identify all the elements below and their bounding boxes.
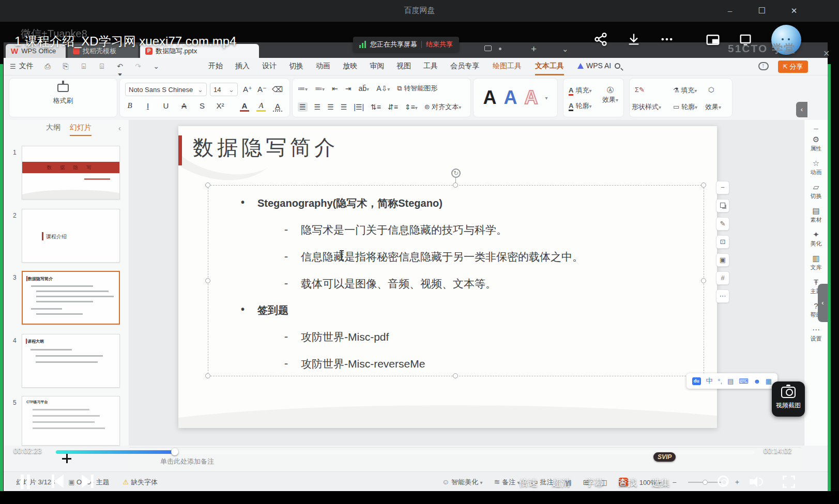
player-control[interactable]: 字幕 bbox=[585, 477, 604, 489]
menu-item[interactable]: 会员专享 bbox=[450, 62, 479, 71]
vertical-text-icon[interactable]: A⇩▾ bbox=[376, 84, 390, 93]
row-spacing-icon[interactable]: ⇅≡ bbox=[371, 103, 381, 111]
format-button[interactable]: I bbox=[143, 101, 152, 110]
text-fill-button[interactable]: A填充▾ bbox=[569, 86, 591, 95]
progress-handle[interactable] bbox=[171, 448, 178, 455]
menu-item[interactable]: 放映 bbox=[343, 62, 357, 71]
tab-slides-active[interactable]: 幻灯片 bbox=[70, 123, 91, 136]
record-circle-icon[interactable] bbox=[718, 476, 729, 487]
pause-button[interactable] bbox=[21, 475, 31, 489]
picture-icon[interactable]: ▣ bbox=[716, 253, 729, 267]
current-slide[interactable]: 数据隐写简介 ↻ Stegano bbox=[178, 126, 717, 428]
missing-font-warning[interactable]: ⚠缺失字体 bbox=[123, 478, 158, 487]
sidebar-item-animation[interactable]: ☆ 动画 bbox=[811, 159, 822, 176]
zoom-out-icon[interactable]: − bbox=[673, 478, 677, 486]
sidebar-item-settings[interactable]: ⋯ 设置 bbox=[811, 326, 822, 343]
slide-thumbnail-1[interactable]: 数 据 隐 写 bbox=[22, 146, 120, 200]
video-share-icon[interactable] bbox=[593, 32, 609, 48]
slide-thumbnail-3-selected[interactable]: 数据隐写简介 bbox=[22, 271, 120, 325]
text-outline-button[interactable]: A轮廓▾ bbox=[569, 101, 591, 111]
align-center-icon[interactable]: ☰ bbox=[314, 103, 321, 111]
sidebar-item-beautify[interactable]: ✦ 美化 bbox=[811, 231, 822, 248]
slide-thumbnail-5[interactable]: CTF练习平台 bbox=[22, 396, 120, 446]
ribbon-collapse-handle[interactable]: ‹ bbox=[796, 102, 807, 117]
window-close-button[interactable] bbox=[787, 4, 801, 18]
menu-item[interactable]: 视图 bbox=[396, 62, 411, 71]
ime-logo-icon[interactable]: du bbox=[692, 377, 701, 385]
sidebar-collapse-handle[interactable]: ‹ bbox=[818, 284, 828, 322]
window-maximize-button[interactable] bbox=[755, 4, 769, 18]
picture-in-picture-icon[interactable] bbox=[705, 32, 721, 48]
text-effect-icon[interactable]: A bbox=[273, 102, 282, 112]
sidebar-item-library[interactable]: ▥ 文库 bbox=[811, 254, 822, 271]
format-button[interactable]: A bbox=[179, 101, 189, 110]
align-left-icon[interactable]: ☰ bbox=[298, 102, 308, 112]
ime-clipboard-icon[interactable]: ▤ bbox=[727, 377, 734, 385]
increase-indent-icon[interactable]: ⇥ bbox=[345, 84, 352, 93]
video-download-icon[interactable] bbox=[627, 32, 642, 48]
line-spacing-icon[interactable]: ⇕≡▾ bbox=[405, 103, 418, 111]
previous-button[interactable] bbox=[52, 475, 64, 490]
sidebar-item-assets[interactable]: ▤ 素材 bbox=[811, 207, 822, 224]
stop-sharing-button[interactable]: 结束共享 bbox=[426, 40, 453, 49]
ime-punctuation-icon[interactable]: °, bbox=[718, 377, 722, 385]
wps-ai-button[interactable]: WPS AI bbox=[577, 62, 611, 70]
menu-item[interactable]: 切换 bbox=[289, 62, 303, 71]
format-button[interactable]: S bbox=[197, 101, 207, 110]
format-button[interactable]: B bbox=[125, 101, 134, 110]
bullet-list-icon[interactable]: ≔▾ bbox=[298, 84, 308, 93]
ime-keyboard-icon[interactable]: ⌨ bbox=[739, 377, 749, 385]
menu-item[interactable]: 审阅 bbox=[370, 62, 384, 71]
sidebar-minimize-icon[interactable]: ─ bbox=[804, 125, 828, 132]
menu-item[interactable]: 动画 bbox=[316, 62, 330, 71]
shape-style-button[interactable]: Σ✎ bbox=[635, 86, 645, 94]
format-button[interactable]: U bbox=[161, 101, 171, 110]
tab-list-icon[interactable] bbox=[484, 45, 492, 51]
player-control[interactable]: 选集 bbox=[651, 477, 670, 489]
panel-collapse-chevron-icon[interactable]: ‹ bbox=[118, 124, 121, 132]
more-tools-icon[interactable]: ⋯ bbox=[716, 289, 729, 303]
font-name-select[interactable]: Noto Sans S Chinese bbox=[125, 83, 207, 96]
highlight-color-icon[interactable]: A bbox=[256, 101, 266, 112]
menu-item[interactable]: 工具 bbox=[423, 62, 438, 71]
video-more-icon[interactable] bbox=[660, 32, 675, 48]
edit-pen-icon[interactable]: ✎ bbox=[716, 217, 729, 231]
resize-handle-ne[interactable] bbox=[701, 182, 706, 188]
smart-beautify-button[interactable]: ☺ 智能美化 ▾ bbox=[442, 478, 483, 487]
tab-outline[interactable]: 大纲 bbox=[46, 123, 60, 132]
wps-share-button[interactable]: 分享 bbox=[778, 60, 808, 73]
slide-thumbnail-4[interactable]: 课程大纲 bbox=[22, 334, 120, 388]
player-control[interactable]: 查找 bbox=[618, 477, 637, 489]
font-size-select[interactable]: 14 bbox=[210, 83, 238, 96]
text-preset-outline-icon[interactable]: A bbox=[524, 88, 538, 107]
menu-item[interactable]: 设计 bbox=[262, 62, 277, 71]
video-player-area[interactable]: W WPS Office 找稻壳模板 P 数据隐写.pptx 文件 bbox=[0, 22, 839, 504]
align-text-button[interactable]: ⊜ 对齐文本▾ bbox=[424, 102, 462, 112]
font-color-icon[interactable]: A bbox=[240, 101, 249, 112]
shape-effect-icon[interactable]: ⬡ bbox=[708, 86, 714, 94]
zoom-slider[interactable] bbox=[688, 482, 722, 483]
collapse-toolbar-icon[interactable]: − bbox=[716, 181, 729, 194]
menu-item[interactable]: 开始 bbox=[208, 62, 223, 71]
crop-icon[interactable]: # bbox=[716, 271, 729, 285]
slide-thumbnail-2[interactable]: 课程介绍 bbox=[22, 209, 120, 263]
zoom-slider-handle[interactable] bbox=[703, 480, 708, 485]
distribute-icon[interactable]: |☰| bbox=[354, 103, 364, 111]
shape-effect-button[interactable]: 效果▾ bbox=[705, 102, 721, 112]
shape-outline-button[interactable]: ▭ 轮廓▾ bbox=[673, 102, 697, 112]
text-preset-black-icon[interactable]: A bbox=[483, 88, 496, 107]
resize-handle-nw[interactable] bbox=[205, 182, 210, 188]
resize-handle-n[interactable] bbox=[453, 182, 458, 188]
rotate-handle[interactable]: ↻ bbox=[451, 169, 461, 178]
decrease-font-icon[interactable]: A⁻ bbox=[257, 85, 267, 94]
next-button[interactable] bbox=[82, 475, 94, 490]
layers-icon[interactable] bbox=[716, 199, 729, 212]
text-preset-blue-icon[interactable]: A bbox=[504, 88, 517, 107]
format-button[interactable]: X² bbox=[216, 101, 225, 110]
smart-graphic-button[interactable]: ⧉ 转智能图形 bbox=[397, 84, 437, 93]
notes-button[interactable]: ≋ 备注 ▾ bbox=[494, 478, 520, 487]
resize-handle-sw[interactable] bbox=[205, 373, 210, 378]
text-direction-icon[interactable]: ab̄▾ bbox=[359, 84, 370, 93]
sidebar-item-transition[interactable]: ▱ 切换 bbox=[811, 183, 822, 200]
shape-style-label[interactable]: 形状样式▾ bbox=[632, 102, 661, 112]
